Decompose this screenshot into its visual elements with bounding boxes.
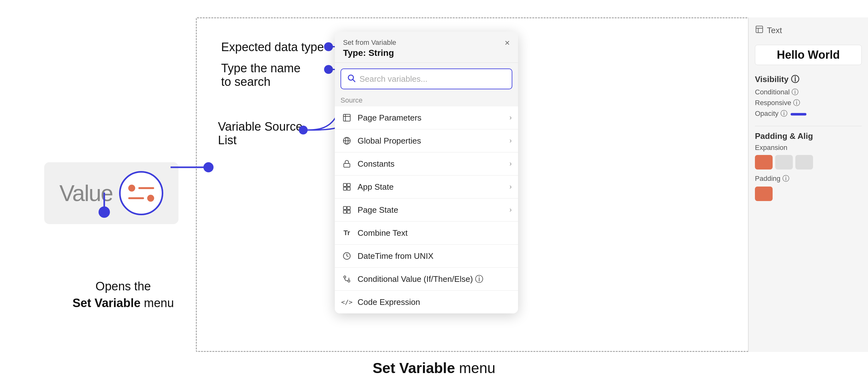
popup-close-button[interactable]: × — [505, 38, 510, 47]
icon-dot-top — [128, 185, 135, 192]
right-panel-content: Text Hello World Visibility ⓘ Conditiona… — [749, 18, 868, 215]
menu-item-left: Page Parameters — [341, 112, 422, 123]
svg-rect-21 — [347, 206, 350, 210]
svg-rect-23 — [347, 210, 350, 213]
icon-row-top — [128, 185, 154, 192]
menu-item-left: Conditional Value (If/Then/Else) ⓘ — [341, 273, 483, 285]
menu-item-left: Constants — [341, 158, 395, 169]
opens-bold: Set Variable — [72, 296, 140, 310]
type-name-label: Type the nameto search — [221, 62, 300, 88]
value-widget-area: Value — [44, 162, 179, 224]
text-label: Text — [767, 26, 782, 35]
code-expression-icon: </> — [341, 296, 352, 308]
hello-world-value: Hello World — [755, 45, 862, 65]
page-state-chevron: › — [509, 206, 512, 214]
padding-section: Padding & Alig Expansion Padding ⓘ — [755, 131, 862, 201]
source-label: Source — [335, 93, 518, 106]
combine-text-icon: Tr — [341, 227, 352, 238]
conditional-icon — [341, 273, 352, 285]
conditional-label: Conditional Value (If/Then/Else) ⓘ — [358, 274, 483, 285]
popup-type: Type: String — [343, 48, 396, 58]
set-variable-popup: Set from Variable Type: String × Search … — [335, 32, 518, 313]
padding-btn-1[interactable] — [755, 187, 773, 201]
menu-item-left: App State — [341, 181, 394, 193]
menu-item-global-properties[interactable]: Global Properties › — [335, 129, 518, 153]
icon-row-bottom — [128, 195, 154, 202]
global-properties-chevron: › — [509, 137, 512, 145]
icon-inner — [128, 185, 154, 202]
opacity-row: Opacity ⓘ — [755, 109, 862, 120]
svg-rect-11 — [343, 114, 350, 121]
search-icon — [347, 73, 356, 84]
menu-item-code-expression[interactable]: </> Code Expression — [335, 291, 518, 313]
page-parameters-icon — [341, 112, 352, 123]
menu-item-left: Global Properties — [341, 135, 421, 147]
svg-line-10 — [353, 79, 355, 82]
bottom-caption-suffix: menu — [459, 360, 495, 376]
svg-rect-17 — [347, 183, 350, 187]
popup-title: Set from Variable — [343, 38, 396, 47]
menu-item-conditional[interactable]: Conditional Value (If/Then/Else) ⓘ — [335, 268, 518, 291]
annotation-type-name: Type the nameto search — [221, 62, 300, 89]
expansion-buttons — [755, 155, 862, 169]
menu-item-constants[interactable]: Constants › — [335, 153, 518, 175]
menu-item-left: Page State — [341, 204, 398, 216]
visibility-section: Visibility ⓘ Conditional ⓘ Responsive ⓘ … — [755, 74, 862, 120]
popup-header: Set from Variable Type: String × — [335, 32, 518, 63]
divider — [755, 126, 862, 126]
global-properties-label: Global Properties — [358, 136, 421, 146]
icon-dot-bottom — [147, 195, 154, 202]
opacity-toggle[interactable] — [790, 113, 806, 116]
combine-text-label: Combine Text — [358, 228, 408, 238]
svg-rect-20 — [343, 206, 346, 210]
menu-item-combine-text[interactable]: Tr Combine Text — [335, 222, 518, 245]
svg-rect-18 — [343, 187, 346, 190]
value-pill: Value — [44, 162, 179, 224]
text-icon — [755, 25, 764, 36]
padding-buttons — [755, 187, 862, 201]
opens-line1: Opens the — [95, 280, 151, 293]
expected-data-type-label: Expected data type — [221, 40, 324, 54]
svg-rect-27 — [756, 26, 763, 33]
bottom-caption-bold: Set Variable — [373, 360, 455, 376]
opens-line2: menu — [144, 296, 174, 310]
expansion-btn-3[interactable] — [795, 155, 813, 169]
variable-source-label: Variable SourceList — [218, 120, 303, 147]
app-state-icon — [341, 181, 352, 193]
code-expression-label: Code Expression — [358, 297, 420, 307]
menu-item-datetime[interactable]: DateTime from UNIX — [335, 245, 518, 268]
menu-item-left: </> Code Expression — [341, 296, 420, 308]
expansion-btn-1[interactable] — [755, 155, 773, 169]
svg-rect-19 — [347, 187, 350, 190]
page-state-label: Page State — [358, 205, 398, 215]
menu-item-left: Tr Combine Text — [341, 227, 408, 238]
annotation-expected-data-type: Expected data type — [221, 40, 324, 54]
datetime-icon — [341, 250, 352, 262]
menu-item-app-state[interactable]: App State › — [335, 175, 518, 198]
svg-rect-16 — [343, 183, 346, 187]
constants-label: Constants — [358, 159, 395, 169]
responsive-sub: Responsive ⓘ — [755, 98, 862, 108]
icon-line-bottom — [128, 197, 144, 199]
variable-icon-circle[interactable] — [119, 171, 163, 215]
menu-item-page-state[interactable]: Page State › — [335, 198, 518, 222]
constants-chevron: › — [509, 160, 512, 168]
app-state-chevron: › — [509, 183, 512, 191]
conditional-sub: Conditional ⓘ — [755, 88, 862, 97]
padding-align-label: Padding & Alig — [755, 131, 862, 141]
datetime-label: DateTime from UNIX — [358, 251, 433, 261]
opens-caption: Opens the Set Variable menu — [44, 278, 202, 312]
search-box[interactable]: Search variables... — [341, 68, 512, 89]
page-state-icon — [341, 204, 352, 216]
menu-item-left: DateTime from UNIX — [341, 250, 433, 262]
expansion-label: Expansion — [755, 143, 862, 152]
opacity-sub: Opacity ⓘ — [755, 109, 787, 118]
search-input[interactable]: Search variables... — [360, 74, 506, 84]
menu-item-page-parameters[interactable]: Page Parameters › — [335, 106, 518, 129]
right-properties-panel: Text Hello World Visibility ⓘ Conditiona… — [748, 18, 868, 352]
expansion-btn-2[interactable] — [775, 155, 793, 169]
bottom-caption: Set Variable menu — [373, 359, 496, 377]
svg-rect-15 — [344, 163, 350, 167]
global-properties-icon — [341, 135, 352, 147]
page-parameters-label: Page Parameters — [358, 113, 422, 123]
